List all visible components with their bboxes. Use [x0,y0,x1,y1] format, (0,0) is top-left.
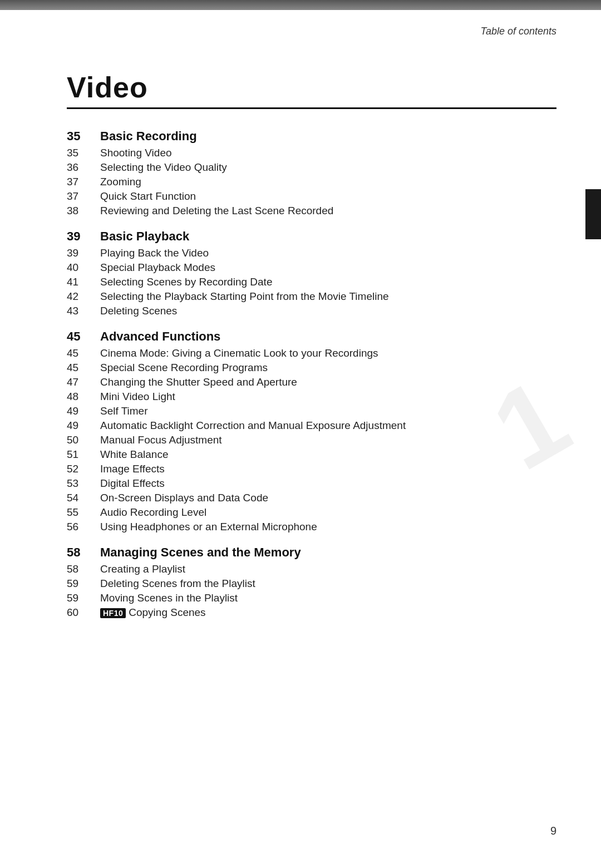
toc-page-number: 59 [67,592,100,604]
toc-row: 47Changing the Shutter Speed and Apertur… [67,376,556,388]
section-heading-row: 35Basic Recording [67,129,556,144]
toc-row: 55Audio Recording Level [67,506,556,519]
toc-page-number: 55 [67,506,100,519]
toc-page-number: 51 [67,448,100,461]
toc-item-label[interactable]: Selecting the Video Quality [100,161,556,174]
toc-item-label[interactable]: Shooting Video [100,147,556,159]
toc-row: 51White Balance [67,448,556,461]
toc-row: 45Special Scene Recording Programs [67,362,556,374]
toc-item-label[interactable]: Quick Start Function [100,190,556,203]
toc-page-number: 52 [67,463,100,475]
toc-row: 58Creating a Playlist [67,563,556,575]
toc-row: 38Reviewing and Deleting the Last Scene … [67,205,556,217]
toc-item-label[interactable]: On-Screen Displays and Data Code [100,492,556,504]
toc-page-number: 35 [67,147,100,159]
section-number: 35 [67,129,100,144]
toc-row: 49Automatic Backlight Correction and Man… [67,420,556,432]
toc-page-number: 39 [67,247,100,259]
toc-page-number: 40 [67,262,100,274]
toc-page-number: 54 [67,492,100,504]
toc-item-label[interactable]: Mini Video Light [100,391,556,403]
toc-row: 59Deleting Scenes from the Playlist [67,578,556,590]
toc-page-number: 56 [67,521,100,533]
toc-row: 60HF10Copying Scenes [67,606,556,619]
toc-page-number: 60 [67,606,100,619]
toc-row: 35Shooting Video [67,147,556,159]
toc-page-number: 42 [67,290,100,303]
toc-item-label[interactable]: Deleting Scenes [100,305,556,317]
toc-item-label[interactable]: White Balance [100,448,556,461]
toc-section: 35Basic Recording35Shooting Video36Selec… [67,129,556,217]
toc-item-label[interactable]: Special Playback Modes [100,262,556,274]
toc-item-label[interactable]: Creating a Playlist [100,563,556,575]
toc-row: 45Cinema Mode: Giving a Cinematic Look t… [67,347,556,359]
section-heading-row: 45Advanced Functions [67,329,556,344]
section-heading-label: Advanced Functions [100,329,220,344]
toc-item-label[interactable]: Deleting Scenes from the Playlist [100,578,556,590]
toc-page-number: 50 [67,434,100,446]
main-content: Video 35Basic Recording35Shooting Video3… [0,37,601,619]
toc-item-label[interactable]: Special Scene Recording Programs [100,362,556,374]
toc-page-number: 36 [67,161,100,174]
toc-item-label[interactable]: HF10Copying Scenes [100,606,556,619]
page-header: Table of contents [0,10,601,37]
toc-item-label[interactable]: Using Headphones or an External Micropho… [100,521,556,533]
page-number: 9 [550,825,556,837]
toc-section: 39Basic Playback39Playing Back the Video… [67,229,556,317]
toc-row: 52Image Effects [67,463,556,475]
toc-item-label[interactable]: Image Effects [100,463,556,475]
toc-page-number: 37 [67,190,100,203]
toc-item-label[interactable]: Audio Recording Level [100,506,556,519]
toc-row: 37Zooming [67,176,556,188]
toc-item-label[interactable]: Reviewing and Deleting the Last Scene Re… [100,205,556,217]
section-heading-row: 58Managing Scenes and the Memory [67,545,556,560]
toc-page-number: 47 [67,376,100,388]
table-of-contents-label: Table of contents [481,26,556,37]
toc-page-number: 37 [67,176,100,188]
toc-row: 53Digital Effects [67,477,556,490]
hf10-badge: HF10 [100,608,126,618]
toc-page-number: 49 [67,420,100,432]
toc-item-label[interactable]: Cinema Mode: Giving a Cinematic Look to … [100,347,556,359]
section-number: 45 [67,329,100,344]
toc-row: 43Deleting Scenes [67,305,556,317]
toc-item-label[interactable]: Playing Back the Video [100,247,556,259]
toc-page-number: 45 [67,347,100,359]
toc-row: 54On-Screen Displays and Data Code [67,492,556,504]
toc-page-number: 41 [67,276,100,288]
toc-row: 59Moving Scenes in the Playlist [67,592,556,604]
toc-item-label[interactable]: Manual Focus Adjustment [100,434,556,446]
toc-item-label[interactable]: Automatic Backlight Correction and Manua… [100,420,556,432]
toc-row: 48Mini Video Light [67,391,556,403]
toc-section: 58Managing Scenes and the Memory58Creati… [67,545,556,619]
toc-page-number: 58 [67,563,100,575]
toc-item-label[interactable]: Zooming [100,176,556,188]
toc-section: 45Advanced Functions45Cinema Mode: Givin… [67,329,556,533]
section-heading-label: Managing Scenes and the Memory [100,545,301,560]
section-number: 39 [67,229,100,244]
toc-page-number: 43 [67,305,100,317]
header-bar [0,0,601,10]
toc-item-label[interactable]: Digital Effects [100,477,556,490]
section-heading-label: Basic Recording [100,129,197,144]
toc-page-number: 49 [67,405,100,417]
toc-row: 41Selecting Scenes by Recording Date [67,276,556,288]
toc-row: 36Selecting the Video Quality [67,161,556,174]
toc-item-label[interactable]: Moving Scenes in the Playlist [100,592,556,604]
toc-container: 35Basic Recording35Shooting Video36Selec… [67,129,556,619]
toc-item-label[interactable]: Selecting the Playback Starting Point fr… [100,290,556,303]
toc-page-number: 53 [67,477,100,490]
toc-row: 42Selecting the Playback Starting Point … [67,290,556,303]
toc-item-label[interactable]: Changing the Shutter Speed and Aperture [100,376,556,388]
section-number: 58 [67,545,100,560]
toc-page-number: 38 [67,205,100,217]
toc-row: 50Manual Focus Adjustment [67,434,556,446]
toc-row: 37Quick Start Function [67,190,556,203]
section-heading-label: Basic Playback [100,229,189,244]
toc-page-number: 48 [67,391,100,403]
toc-row: 56Using Headphones or an External Microp… [67,521,556,533]
toc-item-label[interactable]: Selecting Scenes by Recording Date [100,276,556,288]
main-section-title: Video [67,71,556,109]
toc-item-label[interactable]: Self Timer [100,405,556,417]
toc-page-number: 59 [67,578,100,590]
